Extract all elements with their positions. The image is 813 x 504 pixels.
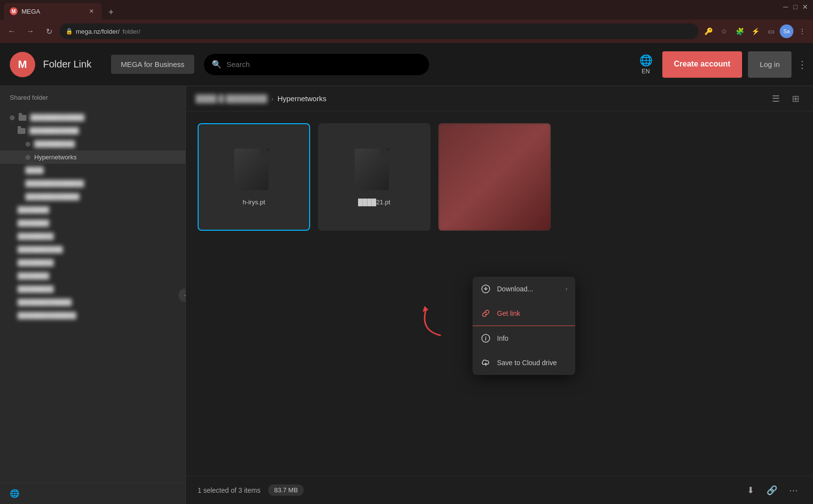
nav-bar: ← → ↻ 🔒 mega.nz/folder/ folder/ 🔑 ☆ 🧩 ⚡ … [0, 20, 813, 43]
link-icon [480, 308, 491, 319]
tree-item[interactable]: ████████ [0, 256, 185, 269]
breadcrumb-separator: › [271, 95, 274, 103]
context-menu-get-link[interactable]: Get link [473, 301, 575, 326]
context-menu-download[interactable]: Download... › [473, 277, 575, 301]
file-shape-2 [355, 149, 389, 190]
tree-item[interactable]: ████████ [0, 230, 185, 243]
back-button[interactable]: ← [4, 23, 20, 39]
search-bar[interactable]: 🔍 [204, 54, 429, 75]
new-tab-button[interactable]: + [104, 5, 118, 20]
file-card-2[interactable]: ████21.pt [318, 123, 430, 231]
tree-item-label: ████████████ [30, 114, 176, 121]
file-card-1[interactable]: h-irys.pt [198, 123, 310, 231]
status-download-button[interactable]: ⬇ [743, 482, 758, 498]
save-cloud-label: Save to Cloud drive [497, 359, 567, 367]
sidebar-header: Shared folder [0, 86, 185, 109]
key-icon: 🔑 [701, 24, 715, 38]
get-link-label: Get link [497, 309, 567, 317]
mega-business-button[interactable]: MEGA for Business [111, 55, 194, 74]
sidebar-tree: ████████████ ███████████ █████████ Hyper… [0, 109, 185, 482]
tab-bar: M MEGA ✕ + ─ □ ✕ [0, 0, 813, 20]
breadcrumb-parent[interactable]: ████ █ ████████ [196, 94, 268, 103]
globe-icon: 🌐 [639, 54, 653, 67]
extension2-icon: ⚡ [748, 24, 762, 38]
file-name-2: ████21.pt [354, 198, 394, 206]
login-button[interactable]: Log in [748, 51, 791, 78]
sidebar: Shared folder ████████████ ███████████ █… [0, 86, 186, 504]
language-button[interactable]: 🌐 EN [639, 54, 653, 75]
close-button[interactable]: ✕ [801, 3, 809, 11]
tree-item-label: Hypernetworks [34, 153, 176, 161]
tree-item[interactable]: █████████ [0, 137, 185, 151]
grid-view-button[interactable]: ⊞ [788, 91, 803, 107]
tab-favicon: M [10, 7, 18, 15]
address-bar[interactable]: 🔒 mega.nz/folder/ folder/ [60, 23, 699, 39]
lang-code: EN [642, 68, 650, 75]
file-thumbnail-3 [438, 123, 551, 231]
info-label: Info [497, 334, 567, 342]
tree-item[interactable]: ███████ [0, 269, 185, 283]
tree-item[interactable]: █████████████ [0, 177, 185, 190]
folder-icon [18, 128, 25, 134]
context-menu-info[interactable]: Info [473, 326, 575, 351]
tree-expand-icon [10, 115, 15, 120]
tab-close-button[interactable]: ✕ [87, 7, 96, 16]
app-container: M Folder Link MEGA for Business 🔍 🌐 EN C… [0, 43, 813, 504]
page-title: Folder Link [43, 59, 91, 70]
folder-icon [19, 115, 26, 121]
breadcrumb-actions: ☰ ⊞ [768, 91, 803, 107]
status-selected-text: 1 selected of 3 items [198, 486, 260, 494]
tree-item[interactable]: ████ [0, 164, 185, 177]
tree-item-label: ██████████ [18, 246, 176, 253]
list-view-button[interactable]: ☰ [768, 91, 784, 107]
file-icon-2 [355, 149, 394, 193]
browser-chrome: M MEGA ✕ + ─ □ ✕ ← → ↻ 🔒 mega.nz/folder/… [0, 0, 813, 43]
address-suffix: folder/ [123, 28, 140, 35]
tree-item[interactable]: ███████ [0, 217, 185, 230]
status-link-button[interactable]: 🔗 [764, 482, 780, 498]
forward-button[interactable]: → [23, 23, 38, 39]
more-options-button[interactable]: ⋮ [797, 59, 807, 70]
sidebar-toggle-button[interactable]: ▭ [764, 24, 778, 38]
menu-button[interactable]: ⋮ [795, 24, 809, 38]
status-size-badge: 83.7 MB [268, 484, 303, 496]
file-shape-1 [234, 149, 269, 190]
tree-item-label: ███████ [18, 219, 176, 227]
file-card-3[interactable] [438, 123, 551, 231]
tree-item[interactable]: ████████████ [0, 190, 185, 203]
search-input[interactable] [226, 60, 421, 68]
tree-item[interactable]: ███████████ [0, 124, 185, 137]
tree-item-hypernetworks[interactable]: Hypernetworks [0, 151, 185, 164]
tree-item[interactable]: ███████ [0, 203, 185, 217]
status-bar: 1 selected of 3 items 83.7 MB ⬇ 🔗 ⋯ [186, 476, 813, 504]
settings-icon: 🌐 [10, 489, 20, 498]
tree-item-label: ███████ [18, 206, 176, 214]
bookmark-button[interactable]: ☆ [717, 24, 731, 38]
tree-dot-icon [25, 155, 30, 160]
tree-item[interactable]: ████████████ [0, 296, 185, 309]
status-more-button[interactable]: ⋯ [786, 482, 801, 498]
tree-item[interactable]: ████████ [0, 283, 185, 296]
tab-title: MEGA [22, 8, 83, 15]
tree-item[interactable]: ██████████ [0, 243, 185, 256]
download-label: Download... [497, 285, 560, 293]
active-tab[interactable]: M MEGA ✕ [4, 3, 102, 20]
sidebar-footer: 🌐 [0, 482, 185, 504]
tree-item-label: ████████ [18, 259, 176, 266]
reload-button[interactable]: ↻ [41, 23, 57, 39]
context-menu: Download... › Get link [473, 277, 575, 375]
minimize-button[interactable]: ─ [782, 3, 790, 11]
maximize-button[interactable]: □ [791, 3, 799, 11]
create-account-button[interactable]: Create account [662, 51, 743, 78]
tree-item[interactable]: █████████████ [0, 309, 185, 322]
tree-item-label: █████████████ [18, 312, 176, 319]
extension-icon: 🧩 [733, 24, 746, 38]
tree-expand-icon [25, 142, 30, 147]
address-text: mega.nz/folder/ [76, 28, 120, 35]
lock-icon: 🔒 [66, 28, 73, 35]
search-icon: 🔍 [212, 60, 222, 69]
tree-item[interactable]: ████████████ [0, 111, 185, 124]
profile-button[interactable]: Sa [780, 24, 793, 38]
context-menu-save-cloud[interactable]: Save to Cloud drive [473, 351, 575, 375]
file-icon-1 [234, 149, 273, 193]
